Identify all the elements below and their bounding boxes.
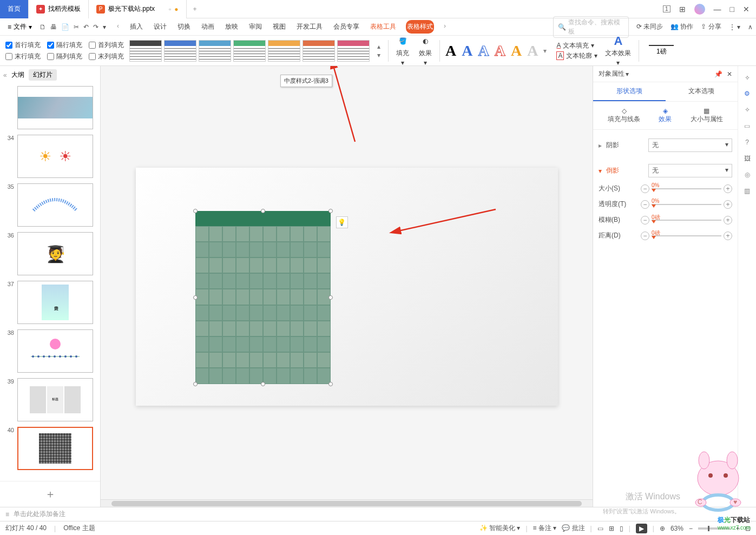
wordart-3[interactable]: A: [478, 42, 489, 60]
table-style-5[interactable]: [303, 40, 335, 62]
sidebar-tab-outline[interactable]: 大纲: [11, 70, 24, 80]
minimize-button[interactable]: —: [714, 5, 721, 14]
text-effect-button[interactable]: A文本效果▾: [603, 35, 633, 67]
thumbnail-39[interactable]: 39✦标题: [4, 378, 96, 421]
tab-shape-options[interactable]: 形状选项: [593, 82, 666, 101]
thumbnail-40[interactable]: 40: [4, 427, 96, 470]
tab-slideshow[interactable]: 放映: [224, 20, 239, 34]
trans-minus[interactable]: −: [641, 200, 649, 209]
table-style-1[interactable]: [164, 40, 196, 62]
rtool-1[interactable]: ⟡: [745, 74, 750, 81]
thumbnail-38[interactable]: 38: [4, 329, 96, 373]
size-minus[interactable]: −: [641, 184, 649, 193]
sync-status[interactable]: ⟳ 未同步: [636, 22, 663, 31]
maximize-button[interactable]: □: [730, 5, 734, 14]
wordart-1[interactable]: A: [445, 42, 456, 60]
horizontal-scrollbar[interactable]: [101, 499, 593, 507]
tab-vip[interactable]: 会员专享: [332, 20, 360, 34]
play-button[interactable]: ▶: [636, 524, 647, 533]
tab-table-style[interactable]: 表格样式: [406, 20, 434, 34]
rtool-settings-icon[interactable]: ⚙: [744, 90, 750, 97]
table-style-2[interactable]: [199, 40, 231, 62]
tab-animation[interactable]: 动画: [200, 20, 215, 34]
trans-plus[interactable]: +: [724, 200, 732, 209]
more-menu[interactable]: ⋮ ▾: [729, 23, 740, 31]
trans-slider[interactable]: 0%: [652, 200, 721, 209]
wordart-more[interactable]: ▾: [543, 47, 547, 55]
tab-document[interactable]: P 极光下载站.pptx ▫ ●: [89, 0, 187, 18]
table-style-4[interactable]: [268, 40, 300, 62]
sidebar-collapse[interactable]: «: [3, 71, 7, 79]
chk-banded-rows[interactable]: 隔行填充: [47, 41, 82, 50]
chk-first-col[interactable]: 首列填充: [89, 41, 124, 50]
rtool-3[interactable]: ✧: [745, 106, 750, 114]
tab-text-options[interactable]: 文本选项: [666, 82, 738, 101]
thumbnail-list[interactable]: 34☀☀3536🧑‍🎓37诗意3839✦标题40: [0, 84, 100, 481]
rtool-8[interactable]: ▥: [744, 187, 750, 195]
text-fill[interactable]: A 文本填充 ▾: [556, 41, 597, 50]
avatar[interactable]: [694, 4, 705, 15]
qat-saveas-icon[interactable]: 🖶: [50, 23, 57, 31]
zoom-value[interactable]: 63%: [670, 525, 683, 532]
dist-slider[interactable]: 0磅: [652, 232, 721, 240]
view-normal-icon[interactable]: ▭: [597, 525, 603, 532]
tab-menu-icon[interactable]: ▫: [169, 5, 171, 13]
blur-minus[interactable]: −: [641, 216, 649, 224]
thumbnail-34[interactable]: 34☀☀: [4, 135, 96, 178]
fill-button[interactable]: 🪣填充▾: [394, 35, 411, 67]
table-style-6[interactable]: [337, 40, 370, 62]
text-outline[interactable]: A 文本轮廓 ▾: [556, 51, 597, 61]
status-notes[interactable]: ≡ 备注 ▾: [533, 524, 557, 533]
sidebar-tab-slides[interactable]: 幻灯片: [29, 69, 57, 81]
zoom-out[interactable]: −: [689, 525, 693, 532]
qat-more[interactable]: ▾: [103, 23, 106, 31]
tab-home[interactable]: 首页: [0, 0, 29, 18]
line-weight[interactable]: 1磅: [649, 45, 674, 56]
size-slider[interactable]: 0%: [652, 184, 721, 193]
style-gallery-more[interactable]: ▴▾: [375, 43, 383, 59]
shadow-select[interactable]: 无 ▾: [648, 138, 732, 152]
status-comments[interactable]: 💬 批注: [562, 524, 584, 533]
subtab-fill-line[interactable]: ◇填充与线条: [608, 107, 640, 124]
add-slide-button[interactable]: ＋: [0, 481, 100, 507]
close-button[interactable]: ✕: [743, 5, 750, 14]
wordart-4[interactable]: A: [495, 42, 505, 60]
wordart-6[interactable]: A: [527, 42, 538, 60]
close-panel-icon[interactable]: ✕: [727, 70, 732, 78]
rtool-7[interactable]: ◎: [745, 171, 750, 179]
tab-templates[interactable]: ✦ 找稻壳模板: [29, 0, 89, 18]
table-style-0[interactable]: [129, 40, 162, 62]
thumbnail-36[interactable]: 36🧑‍🎓: [4, 232, 96, 275]
tab-design[interactable]: 设计: [153, 20, 168, 34]
rtool-5[interactable]: ?: [745, 138, 749, 146]
tab-transition[interactable]: 切换: [176, 20, 192, 34]
view-reading-icon[interactable]: ▯: [620, 525, 623, 532]
blur-slider[interactable]: 0磅: [652, 216, 721, 224]
file-menu[interactable]: ≡ 文件 ▾: [3, 21, 36, 32]
qat-save-icon[interactable]: 🗋: [40, 23, 46, 31]
slide-canvas[interactable]: 💡: [136, 168, 558, 406]
qat-undo-icon[interactable]: ↶: [83, 23, 89, 31]
qat-redo-icon[interactable]: ↷: [93, 23, 98, 31]
tab-devtools[interactable]: 开发工具: [295, 20, 324, 34]
badge-1-icon[interactable]: 1: [663, 5, 670, 12]
rtool-6[interactable]: 🖼: [744, 155, 751, 162]
apps-icon[interactable]: ⊞: [679, 5, 686, 14]
nav-next[interactable]: ›: [443, 20, 447, 34]
chk-header-row[interactable]: 首行填充: [5, 41, 41, 50]
dist-minus[interactable]: −: [641, 232, 649, 240]
thumbnail-35[interactable]: 35: [4, 183, 96, 227]
tab-review[interactable]: 审阅: [248, 20, 263, 34]
tab-view[interactable]: 视图: [272, 20, 287, 34]
status-theme[interactable]: Office 主题: [63, 524, 95, 533]
tab-insert[interactable]: 插入: [129, 20, 144, 34]
chk-total-row[interactable]: 末行填充: [5, 52, 41, 61]
subtab-size-props[interactable]: ▦大小与属性: [691, 107, 723, 124]
wordart-2[interactable]: A: [462, 42, 472, 60]
tab-table-tools[interactable]: 表格工具: [369, 20, 397, 34]
pin-icon[interactable]: 📌: [714, 70, 722, 78]
collapse-ribbon[interactable]: ∧: [748, 23, 753, 31]
effect-button[interactable]: ◐效果▾: [417, 35, 434, 67]
table-style-3[interactable]: [233, 40, 266, 62]
zoom-settings-icon[interactable]: ⊕: [660, 525, 665, 532]
